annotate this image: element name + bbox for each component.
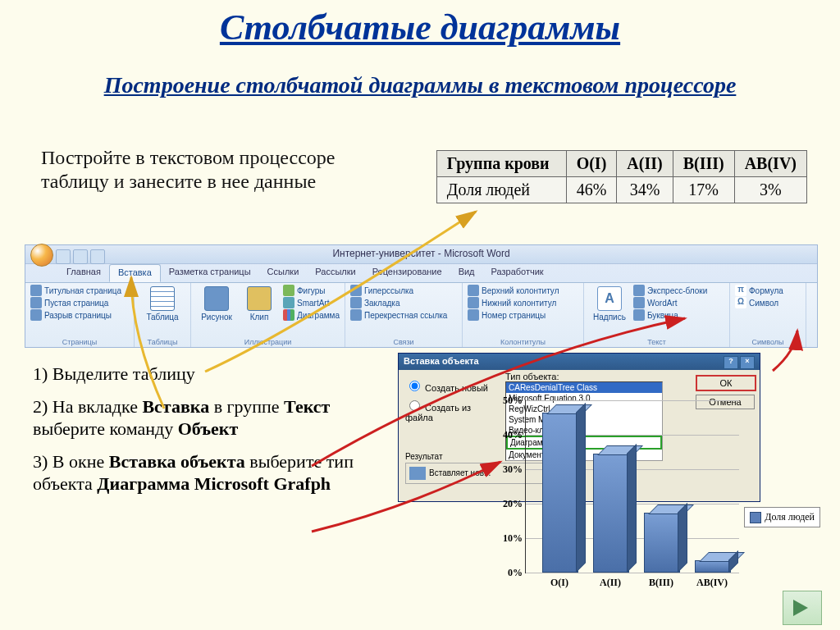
step-1: 1) Выделите таблицу xyxy=(33,363,386,386)
qat-undo-icon[interactable] xyxy=(73,249,88,264)
textbox-button[interactable]: AНадпись xyxy=(589,285,630,323)
wordart-button[interactable]: WordArt xyxy=(633,297,707,308)
radio-create-file[interactable]: Создать из файла xyxy=(405,398,500,422)
cell: 3% xyxy=(734,177,806,203)
y-tick: 20% xyxy=(493,498,523,510)
header-icon xyxy=(468,285,479,296)
group-text: AНадпись Экспресс-блоки WordArt Буквица … xyxy=(584,283,730,347)
crossref-icon xyxy=(350,309,362,321)
type-label: Тип объекта: xyxy=(505,372,661,381)
titlebar: Интернет-университет - Microsoft Word xyxy=(25,245,817,264)
qat-save-icon[interactable] xyxy=(56,249,71,264)
footer-button[interactable]: Нижний колонтитул xyxy=(468,297,578,308)
th: Группа крови xyxy=(436,151,566,177)
x-tick: AB(IV) xyxy=(695,577,729,589)
group-header-footer: Верхний колонтитул Нижний колонтитул Ном… xyxy=(463,283,584,347)
radio-create-new[interactable]: Создать новый xyxy=(405,378,500,393)
page-number-button[interactable]: Номер страницы xyxy=(468,309,578,321)
symbol-button[interactable]: ΩСимвол xyxy=(735,297,801,308)
page-title: Столбчатые диаграммы xyxy=(0,7,840,48)
tab-home[interactable]: Главная xyxy=(58,264,109,282)
page-icon xyxy=(30,285,42,296)
blank-page-button[interactable]: Пустая страница xyxy=(30,297,129,308)
clip-icon xyxy=(247,286,272,311)
tab-layout[interactable]: Разметка страницы xyxy=(161,264,259,282)
bar: O(I) xyxy=(542,414,577,573)
help-icon[interactable]: ? xyxy=(724,356,738,369)
picture-icon xyxy=(204,286,229,311)
th: AB(IV) xyxy=(734,151,806,177)
link-icon xyxy=(350,285,362,296)
x-tick: O(I) xyxy=(542,577,577,589)
x-tick: A(II) xyxy=(593,577,628,589)
next-slide-button[interactable] xyxy=(783,591,822,625)
pagenum-icon xyxy=(468,309,479,321)
blocks-icon xyxy=(633,285,645,296)
chart-button[interactable]: Диаграмма xyxy=(283,309,340,321)
bookmark-button[interactable]: Закладка xyxy=(350,297,457,308)
wordart-icon xyxy=(633,297,645,308)
bar: A(II) xyxy=(593,455,628,573)
y-tick: 40% xyxy=(493,429,523,441)
page-break-button[interactable]: Разрыв страницы xyxy=(30,309,129,321)
row-label: Доля людей xyxy=(436,177,566,203)
group-pages: Титульная страница Пустая страница Разры… xyxy=(25,283,135,347)
group-illustrations: Рисунок Клип Фигуры SmartArt Диаграмма И… xyxy=(191,283,345,347)
intro-text: Постройте в текстовом процессоре таблицу… xyxy=(41,146,353,194)
quickparts-button[interactable]: Экспресс-блоки xyxy=(633,285,707,296)
pi-icon: π xyxy=(735,285,746,296)
dialog-titlebar: Вставка объекта ?× xyxy=(399,354,760,370)
step-2: 2) На вкладке Вставка в группе Текст выб… xyxy=(33,395,386,441)
shapes-icon xyxy=(283,285,294,296)
step-3: 3) В окне Вставка объекта выберите тип о… xyxy=(33,450,386,495)
word-window: Интернет-университет - Microsoft Word Гл… xyxy=(25,244,818,348)
list-item[interactable]: CAResDenialTree Class xyxy=(506,382,662,393)
y-tick: 10% xyxy=(493,532,523,545)
clip-button[interactable]: Клип xyxy=(239,285,280,323)
footer-icon xyxy=(468,297,479,308)
crossref-button[interactable]: Перекрестная ссылка xyxy=(350,309,457,321)
group-symbols: πФормула ΩСимвол Символы xyxy=(730,283,806,347)
y-tick: 50% xyxy=(493,395,523,407)
smartart-button[interactable]: SmartArt xyxy=(283,297,340,308)
office-button[interactable] xyxy=(30,244,53,267)
cover-page-button[interactable]: Титульная страница xyxy=(30,285,129,296)
shapes-button[interactable]: Фигуры xyxy=(283,285,340,296)
break-icon xyxy=(30,309,42,321)
omega-icon: Ω xyxy=(735,297,746,308)
smartart-icon xyxy=(283,297,294,308)
dropcap-button[interactable]: Буквица xyxy=(633,309,707,321)
window-title: Интернет-университет - Microsoft Word xyxy=(332,248,509,259)
th: A(II) xyxy=(617,151,673,177)
table-button[interactable]: Таблица xyxy=(139,285,185,323)
cell: 17% xyxy=(673,177,734,203)
cell: 34% xyxy=(617,177,673,203)
tab-review[interactable]: Рецензирование xyxy=(364,264,450,282)
tab-references[interactable]: Ссылки xyxy=(259,264,308,282)
page-icon xyxy=(30,297,42,308)
bar: B(III) xyxy=(644,514,678,573)
ribbon-tabs: Главная Вставка Разметка страницы Ссылки… xyxy=(25,264,817,283)
tab-developer[interactable]: Разработчик xyxy=(483,264,552,282)
tab-insert[interactable]: Вставка xyxy=(109,264,161,282)
cell: 46% xyxy=(566,177,617,203)
th: B(III) xyxy=(673,151,734,177)
group-links: Гиперссылка Закладка Перекрестная ссылка… xyxy=(345,283,463,347)
close-icon[interactable]: × xyxy=(740,356,755,369)
page-subtitle: Построение столбчатой диаграммы в тексто… xyxy=(49,72,791,98)
dropcap-icon xyxy=(633,309,645,321)
formula-button[interactable]: πФормула xyxy=(735,285,801,296)
x-tick: B(III) xyxy=(644,577,678,589)
y-tick: 0% xyxy=(493,567,523,579)
steps: 1) Выделите таблицу 2) На вкладке Вставк… xyxy=(33,359,386,505)
table-icon xyxy=(150,286,175,311)
ok-button[interactable]: ОК xyxy=(696,375,756,391)
hyperlink-button[interactable]: Гиперссылка xyxy=(350,285,457,296)
tab-view[interactable]: Вид xyxy=(450,264,483,282)
bar: AB(IV) xyxy=(695,562,729,573)
picture-button[interactable]: Рисунок xyxy=(196,285,237,323)
qat-redo-icon[interactable] xyxy=(90,249,105,264)
tab-mailings[interactable]: Рассылки xyxy=(307,264,363,282)
header-button[interactable]: Верхний колонтитул xyxy=(468,285,578,296)
data-table: Группа крови O(I) A(II) B(III) AB(IV) До… xyxy=(436,150,807,203)
